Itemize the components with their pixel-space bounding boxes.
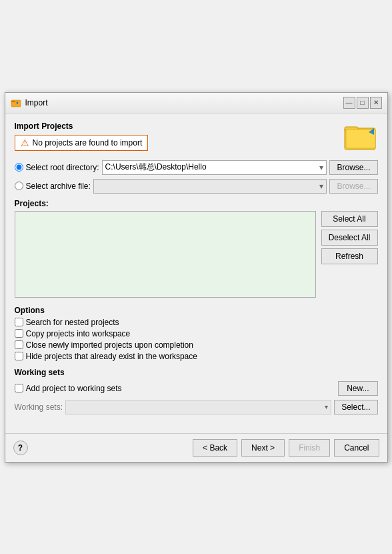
- archive-file-combo[interactable]: ▾: [93, 179, 327, 194]
- deselect-all-button[interactable]: Deselect All: [321, 230, 378, 246]
- title-bar: Import — □ ✕: [5, 93, 387, 113]
- archive-combo-arrow: ▾: [319, 182, 323, 191]
- checkbox-nested[interactable]: [15, 318, 23, 326]
- root-browse-button[interactable]: Browse...: [329, 160, 377, 175]
- projects-list[interactable]: [15, 211, 316, 298]
- folder-icon-area: [343, 121, 378, 154]
- projects-label: Projects:: [15, 199, 378, 208]
- minimize-button[interactable]: —: [343, 97, 355, 109]
- working-sets-label: Working sets: [15, 368, 378, 377]
- title-controls: — □ ✕: [343, 97, 382, 109]
- help-button[interactable]: ?: [13, 441, 28, 455]
- page-header: Import Projects: [15, 121, 149, 131]
- svg-rect-1: [11, 101, 15, 102]
- projects-buttons: Select All Deselect All Refresh: [321, 211, 378, 298]
- root-combo-arrow: ▾: [319, 163, 323, 172]
- checkbox-close-label: Close newly imported projects upon compl…: [26, 340, 193, 350]
- new-working-set-button[interactable]: New...: [338, 381, 377, 396]
- bottom-right: < Back Next > Finish Cancel: [193, 439, 379, 457]
- dialog-content: Import Projects ⚠ No projects are found …: [5, 113, 387, 433]
- root-directory-combo[interactable]: C:\Users\韩总\Desktop\Hello ▾: [102, 160, 327, 175]
- checkbox-close[interactable]: [15, 340, 23, 349]
- page-top: Import Projects ⚠ No projects are found …: [15, 121, 378, 160]
- radio-archive-file[interactable]: [15, 182, 23, 190]
- window-icon: [11, 97, 21, 108]
- checkbox-copy[interactable]: [15, 329, 23, 338]
- checkbox-add-working-sets[interactable]: [15, 384, 23, 392]
- add-working-sets-row: Add project to working sets New...: [15, 381, 378, 396]
- cancel-button[interactable]: Cancel: [334, 439, 379, 457]
- checkbox-copy-label: Copy projects into workspace: [26, 329, 131, 338]
- working-sets-row: Working sets: ▾ Select...: [15, 400, 378, 414]
- checkbox-nested-row: Search for nested projects: [15, 318, 378, 327]
- working-sets-section: Working sets Add project to working sets…: [15, 368, 378, 414]
- bottom-left: ?: [13, 441, 28, 455]
- warning-icon: ⚠: [21, 138, 29, 148]
- warning-text: No projects are found to import: [33, 138, 143, 148]
- checkbox-nested-label: Search for nested projects: [26, 318, 119, 327]
- checkbox-hide-row: Hide projects that already exist in the …: [15, 352, 378, 361]
- working-sets-combo[interactable]: ▾: [65, 400, 331, 414]
- radio-root-label[interactable]: Select root directory:: [26, 163, 99, 172]
- close-button[interactable]: ✕: [370, 97, 382, 109]
- header-left: Import Projects ⚠ No projects are found …: [15, 121, 149, 160]
- spacer: [15, 414, 378, 425]
- checkbox-hide[interactable]: [15, 352, 23, 360]
- select-working-sets-button[interactable]: Select...: [334, 400, 377, 414]
- back-button[interactable]: < Back: [193, 439, 237, 457]
- ws-combo-arrow: ▾: [325, 403, 328, 410]
- title-bar-left: Import: [11, 97, 48, 108]
- window-title: Import: [25, 98, 48, 107]
- finish-button[interactable]: Finish: [289, 439, 330, 457]
- radio-root-directory-row: Select root directory: C:\Users\韩总\Deskt…: [15, 160, 378, 175]
- radio-archive-file-row: Select archive file: ▾ Browse...: [15, 179, 378, 194]
- radio-archive-label[interactable]: Select archive file:: [26, 182, 91, 191]
- radio-root-directory[interactable]: [15, 163, 23, 172]
- working-sets-field-label: Working sets:: [15, 402, 63, 412]
- root-directory-value: C:\Users\韩总\Desktop\Hello: [105, 162, 207, 173]
- next-button[interactable]: Next >: [241, 439, 285, 457]
- archive-browse-button[interactable]: Browse...: [329, 179, 377, 194]
- bottom-bar: ? < Back Next > Finish Cancel: [5, 433, 387, 462]
- refresh-button[interactable]: Refresh: [321, 248, 378, 264]
- checkbox-copy-row: Copy projects into workspace: [15, 329, 378, 338]
- folder-icon: [343, 121, 378, 152]
- add-working-sets-label: Add project to working sets: [26, 384, 122, 393]
- options-section: Options Search for nested projects Copy …: [15, 306, 378, 361]
- options-label: Options: [15, 306, 378, 315]
- checkbox-close-row: Close newly imported projects upon compl…: [15, 340, 378, 350]
- projects-area: Select All Deselect All Refresh: [15, 211, 378, 298]
- maximize-button[interactable]: □: [357, 97, 369, 109]
- warning-box: ⚠ No projects are found to import: [15, 135, 149, 151]
- import-window: Import — □ ✕ Import Projects ⚠ No projec…: [5, 92, 388, 463]
- checkbox-hide-label: Hide projects that already exist in the …: [26, 352, 197, 361]
- select-all-button[interactable]: Select All: [321, 211, 378, 227]
